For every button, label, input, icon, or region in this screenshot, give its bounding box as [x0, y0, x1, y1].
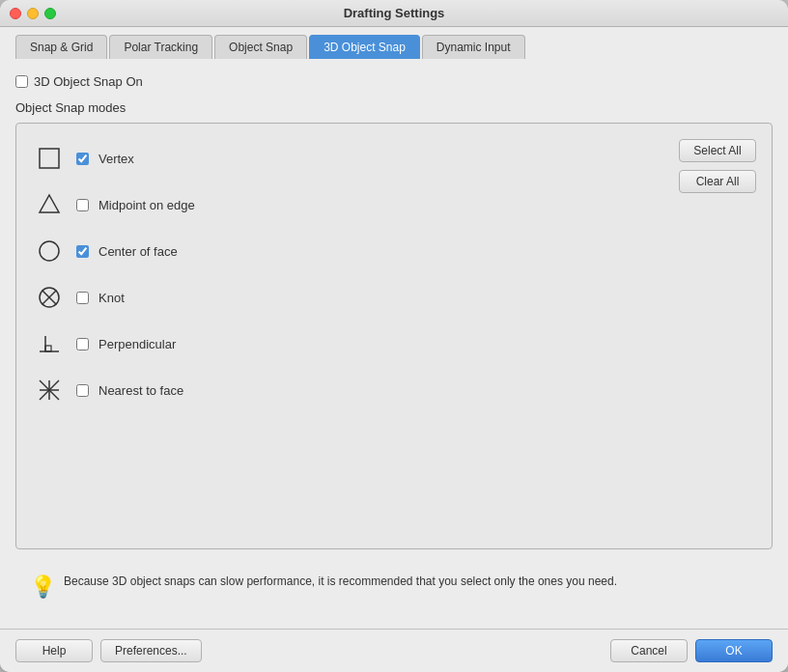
- vertex-checkbox[interactable]: [76, 153, 89, 165]
- tab-object-snap[interactable]: Object Snap: [214, 35, 307, 59]
- traffic-lights: [10, 8, 56, 19]
- clear-all-button[interactable]: Clear All: [679, 170, 756, 193]
- section-label: Object Snap modes: [15, 100, 773, 115]
- snap-modes-list: Vertex Midpoint on edge: [32, 135, 663, 537]
- help-button[interactable]: Help: [15, 639, 93, 662]
- minimize-button[interactable]: [27, 8, 39, 19]
- knot-label[interactable]: Knot: [98, 291, 125, 305]
- snap-mode-knot: Knot: [32, 274, 663, 321]
- title-bar: Drafting Settings: [0, 0, 788, 27]
- snap-mode-perpendicular: Perpendicular: [32, 321, 663, 367]
- select-all-button[interactable]: Select All: [679, 139, 756, 162]
- nearest-icon: [32, 373, 67, 407]
- perpendicular-checkbox[interactable]: [76, 338, 89, 350]
- bottom-right-buttons: Cancel OK: [610, 639, 773, 662]
- knot-checkbox[interactable]: [76, 292, 89, 304]
- cancel-button[interactable]: Cancel: [610, 639, 688, 662]
- svg-rect-8: [45, 346, 51, 351]
- snap-on-label[interactable]: 3D Object Snap On: [34, 74, 143, 89]
- bottom-left-buttons: Help Preferences...: [15, 639, 202, 662]
- tabs-bar: Snap & Grid Polar Tracking Object Snap 3…: [0, 27, 788, 59]
- snap-mode-nearest: Nearest to face: [32, 367, 663, 413]
- vertex-icon: [32, 141, 67, 176]
- nearest-label[interactable]: Nearest to face: [98, 383, 183, 398]
- snap-on-row: 3D Object Snap On: [15, 74, 773, 89]
- info-lightbulb-icon: 💡: [31, 573, 54, 602]
- tab-snap-grid[interactable]: Snap & Grid: [15, 35, 107, 59]
- perpendicular-label[interactable]: Perpendicular: [98, 337, 176, 351]
- main-content: 3D Object Snap On Object Snap modes Vert…: [0, 59, 788, 629]
- svg-point-2: [40, 241, 59, 261]
- svg-marker-1: [40, 195, 59, 212]
- vertex-label[interactable]: Vertex: [98, 152, 134, 166]
- snap-mode-center: Center of face: [32, 228, 663, 274]
- main-window: Drafting Settings Snap & Grid Polar Trac…: [0, 0, 788, 672]
- info-text: Because 3D object snaps can slow perform…: [64, 573, 617, 590]
- snap-mode-midpoint: Midpoint on edge: [32, 182, 663, 228]
- center-icon: [32, 234, 67, 268]
- tab-3d-object-snap[interactable]: 3D Object Snap: [309, 35, 420, 59]
- preferences-button[interactable]: Preferences...: [100, 639, 202, 662]
- knot-icon: [32, 280, 67, 315]
- tab-dynamic-input[interactable]: Dynamic Input: [422, 35, 525, 59]
- snap-actions: Select All Clear All: [679, 135, 756, 537]
- center-label[interactable]: Center of face: [98, 244, 178, 259]
- snap-mode-vertex: Vertex: [32, 135, 663, 182]
- maximize-button[interactable]: [44, 8, 56, 19]
- nearest-checkbox[interactable]: [76, 384, 89, 397]
- snap-modes-box: Vertex Midpoint on edge: [15, 123, 773, 549]
- bottom-bar: Help Preferences... Cancel OK: [0, 629, 788, 672]
- window-title: Drafting Settings: [344, 6, 445, 20]
- midpoint-checkbox[interactable]: [76, 199, 89, 211]
- 3d-snap-on-checkbox[interactable]: [15, 75, 28, 88]
- perpendicular-icon: [32, 326, 67, 361]
- info-box: 💡 Because 3D object snaps can slow perfo…: [15, 561, 773, 613]
- midpoint-icon: [32, 187, 67, 222]
- midpoint-label[interactable]: Midpoint on edge: [98, 198, 195, 212]
- svg-rect-0: [40, 149, 59, 168]
- center-checkbox[interactable]: [76, 245, 89, 258]
- ok-button[interactable]: OK: [695, 639, 773, 662]
- close-button[interactable]: [10, 8, 21, 19]
- tab-polar-tracking[interactable]: Polar Tracking: [109, 35, 212, 59]
